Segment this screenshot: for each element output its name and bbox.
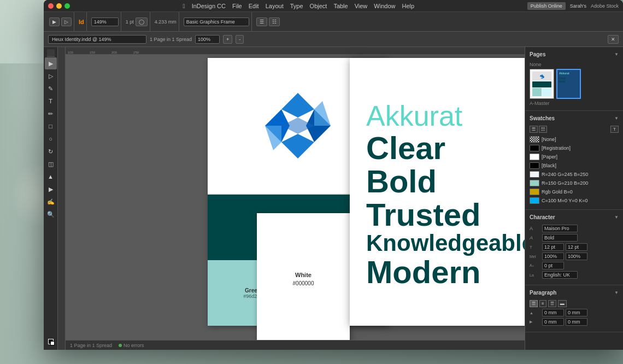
tracking-input[interactable] xyxy=(542,253,564,260)
rotate-tool[interactable]: ↻ xyxy=(45,145,57,157)
font-style-input[interactable] xyxy=(542,234,578,242)
document-name-input[interactable] xyxy=(48,35,146,44)
character-panel: Character ▼ A A T xyxy=(525,210,623,285)
page-typography[interactable]: Akkurat Clear Bold Trusted Knowledgeable… xyxy=(350,58,525,326)
paragraph-panel-header[interactable]: Paragraph ▼ xyxy=(525,287,623,298)
menu-file[interactable]: File xyxy=(232,3,242,9)
menu-table[interactable]: Table xyxy=(333,3,348,9)
justify-btn[interactable]: ▬ xyxy=(558,300,567,307)
user-account[interactable]: Sarah's xyxy=(570,3,586,9)
swatch-cyan[interactable]: C=100 M=0 Y=0 K=0 xyxy=(530,196,619,205)
baseline-icon: Aₐ xyxy=(530,263,540,268)
zoom-tool[interactable]: 🔍 xyxy=(45,208,57,220)
menu-edit[interactable]: Edit xyxy=(249,3,259,9)
swatch-gold-preview xyxy=(530,189,539,195)
close-doc-btn[interactable]: ✕ xyxy=(608,35,619,44)
fill-stroke-indicator[interactable] xyxy=(45,336,57,348)
page-thumbnail-1[interactable] xyxy=(530,69,554,99)
swatch-gold[interactable]: Rgb Gold B=0 xyxy=(530,187,619,196)
type-word-clear: Clear xyxy=(366,132,525,165)
menu-apple[interactable]:  xyxy=(183,3,185,9)
scale-tool[interactable]: ◫ xyxy=(45,158,57,170)
language-input[interactable] xyxy=(542,271,578,279)
direct-select-btn[interactable]: ▷ xyxy=(61,17,72,26)
baseline-input[interactable] xyxy=(542,262,564,269)
align-btn[interactable]: ☰ xyxy=(256,17,267,26)
character-panel-header[interactable]: Character ▼ xyxy=(525,212,623,222)
eyedropper-tool[interactable]: ▶ xyxy=(45,183,57,195)
kerning-input[interactable] xyxy=(566,253,587,260)
leading-input[interactable] xyxy=(566,243,587,251)
document-toolbar: 1 Page in 1 Spread + - ✕ xyxy=(44,32,623,47)
gradient-tool[interactable]: ▲ xyxy=(45,171,57,183)
minimize-window-btn[interactable] xyxy=(56,3,62,9)
swatch-paper-label: [Paper] xyxy=(542,154,557,160)
brand-logo xyxy=(260,87,336,164)
pen-tool[interactable]: ✎ xyxy=(45,83,57,95)
swatch-list-view-btn[interactable]: ☰ xyxy=(530,126,538,133)
page-count-status: 1 Page in 1 Spread xyxy=(70,343,112,348)
frame-type-input[interactable] xyxy=(184,17,249,26)
close-window-btn[interactable] xyxy=(48,3,54,9)
swatch-teal[interactable]: R=150 G=210 B=200 xyxy=(530,179,619,187)
space-before-input[interactable] xyxy=(542,309,564,316)
new-swatch-btn[interactable]: T xyxy=(610,126,619,133)
page-thumbnail-2[interactable]: Akkurat Clear Bold xyxy=(556,69,581,99)
menu-layout[interactable]: Layout xyxy=(266,3,284,9)
hand-tool[interactable]: ✍ xyxy=(45,196,57,208)
menu-indesign[interactable]: InDesign CC xyxy=(192,3,226,9)
page-count-text: 1 Page in 1 Spread xyxy=(70,343,112,348)
toolbar-coords: 4.233 mm xyxy=(152,12,179,31)
align-right-btn[interactable]: ☰ xyxy=(548,300,556,307)
status-bar: 1 Page in 1 Spread No errors xyxy=(66,340,525,350)
metrics-label: Met xyxy=(530,255,540,259)
publish-online-btn[interactable]: Publish Online xyxy=(527,2,566,10)
distribute-btn[interactable]: ☷ xyxy=(269,17,280,26)
right-panel: Pages ▼ None xyxy=(525,47,623,350)
selection-tool[interactable]: ▶ xyxy=(45,57,57,69)
zoom-level-input[interactable] xyxy=(91,17,119,26)
swatch-paper[interactable]: [Paper] xyxy=(530,152,619,161)
swatch-black[interactable]: [Black] xyxy=(530,161,619,170)
swatch-registration[interactable]: [Registration] xyxy=(530,144,619,152)
space-after-input[interactable] xyxy=(566,309,587,316)
align-left-btn[interactable]: ☰ xyxy=(530,300,538,307)
swatch-light[interactable]: R=240 G=245 B=250 xyxy=(530,170,619,179)
space-before-label: ▲ xyxy=(530,311,540,315)
left-indent-input[interactable] xyxy=(542,318,564,326)
swatches-panel-header[interactable]: Swatches ▼ xyxy=(525,113,623,124)
zoom-in-btn[interactable]: + xyxy=(223,35,232,44)
swatch-none[interactable]: [None] xyxy=(530,135,619,144)
menu-view[interactable]: View xyxy=(355,3,368,9)
svg-marker-4 xyxy=(314,101,331,126)
font-family-input[interactable] xyxy=(542,225,578,232)
svg-marker-0 xyxy=(281,93,314,118)
type-tool[interactable]: T xyxy=(45,95,57,107)
menu-window[interactable]: Window xyxy=(374,3,395,9)
ellipse-tool[interactable]: ○ xyxy=(45,133,57,145)
menu-type[interactable]: Type xyxy=(290,3,303,9)
menu-help[interactable]: Help xyxy=(402,3,414,9)
swatches-panel: Swatches ▼ ☰ ☷ T [None] xyxy=(525,111,623,210)
right-indent-input[interactable] xyxy=(566,318,587,326)
page-white-swatch: White #000000 xyxy=(257,213,350,344)
swatch-teal-preview xyxy=(530,180,539,186)
font-size-input[interactable] xyxy=(542,243,564,251)
align-center-btn[interactable]: ≡ xyxy=(539,300,546,307)
adobe-stock-btn[interactable]: Adobe Stock xyxy=(591,3,619,9)
pages-panel-header[interactable]: Pages ▼ xyxy=(525,49,623,60)
swatches-toolbar: ☰ ☷ T xyxy=(530,126,619,133)
direct-selection-tool[interactable]: ▷ xyxy=(45,70,57,82)
swatch-thumb-view-btn[interactable]: ☷ xyxy=(539,126,547,133)
rectangle-tool[interactable]: □ xyxy=(45,120,57,132)
pages-thumbnails: Akkurat Clear Bold xyxy=(530,69,619,99)
pencil-tool[interactable]: ✏ xyxy=(45,108,57,120)
stroke-btn[interactable]: ◯ xyxy=(136,17,148,26)
menu-object[interactable]: Object xyxy=(310,3,327,9)
zoom-out-btn[interactable]: - xyxy=(236,35,244,44)
select-tool-btn[interactable]: ▶ xyxy=(49,17,60,26)
canvas-area[interactable]: 100 150 200 250 xyxy=(66,47,525,350)
maximize-window-btn[interactable] xyxy=(64,3,70,9)
zoom-input[interactable] xyxy=(195,35,220,44)
baseline-row: Aₐ xyxy=(530,262,619,269)
